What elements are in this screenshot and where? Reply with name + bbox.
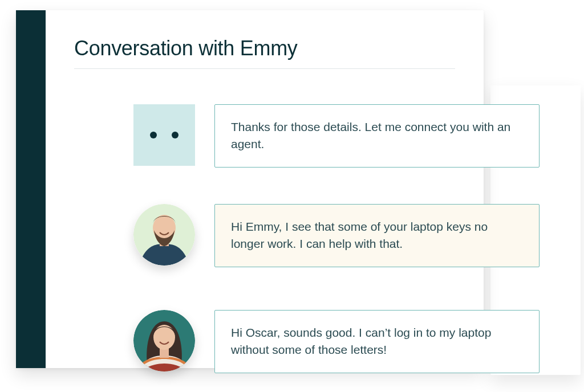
message-text: Thanks for those details. Let me connect… [231, 120, 510, 150]
avatar [133, 104, 195, 166]
message-row: Thanks for those details. Let me connect… [133, 104, 540, 168]
message-bubble: Hi Emmy, I see that some of your laptop … [214, 204, 540, 267]
page-title: Conversation with Emmy [74, 36, 455, 69]
bot-eye-dot-icon [150, 132, 157, 138]
sidebar-strip [16, 10, 46, 368]
bot-eye-dot-icon [172, 132, 179, 138]
message-text: Hi Oscar, sounds good. I can’t log in to… [231, 326, 491, 356]
message-row: Hi Oscar, sounds good. I can’t log in to… [133, 310, 540, 373]
customer-avatar [133, 310, 195, 371]
bot-avatar-icon [133, 104, 195, 166]
svg-point-7 [153, 325, 175, 350]
message-text: Hi Emmy, I see that some of your laptop … [231, 220, 488, 250]
agent-avatar [133, 204, 195, 266]
avatar [133, 310, 195, 371]
message-bubble: Thanks for those details. Let me connect… [214, 104, 540, 168]
message-bubble: Hi Oscar, sounds good. I can’t log in to… [214, 310, 540, 373]
message-row: Hi Emmy, I see that some of your laptop … [133, 204, 540, 267]
avatar [133, 204, 195, 266]
